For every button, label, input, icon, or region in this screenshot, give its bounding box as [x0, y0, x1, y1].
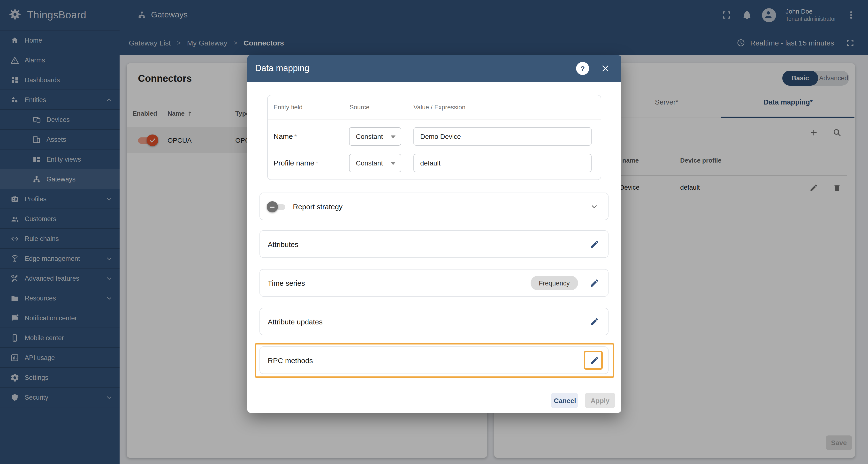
column-entity-field: Entity field [274, 95, 303, 119]
help-icon[interactable]: ? [576, 62, 589, 75]
name-value-input[interactable] [413, 127, 592, 146]
close-icon[interactable] [600, 63, 611, 73]
column-source: Source [349, 95, 369, 119]
caret-down-icon [391, 135, 396, 138]
rpc-methods-edit-icon[interactable] [590, 356, 599, 365]
report-strategy-toggle[interactable] [267, 201, 288, 213]
profile-value-input[interactable] [413, 154, 592, 172]
report-strategy-card: Report strategy [259, 193, 609, 220]
rpc-methods-card: RPC methods [259, 346, 609, 374]
caret-down-icon [391, 162, 396, 165]
time-series-card: Time series Frequency [259, 269, 609, 297]
attribute-updates-label: Attribute updates [268, 318, 323, 326]
attribute-updates-card: Attribute updates [259, 308, 609, 335]
attribute-updates-edit-icon[interactable] [590, 317, 599, 327]
name-field-label: Name* [274, 132, 297, 140]
apply-button[interactable]: Apply [585, 393, 615, 408]
cancel-button[interactable]: Cancel [551, 393, 578, 408]
column-value-expression: Value / Expression [413, 95, 465, 119]
time-series-edit-icon[interactable] [590, 278, 599, 288]
profile-name-field-label: Profile name* [274, 159, 318, 167]
name-source-select[interactable]: Constant [349, 127, 401, 146]
attributes-edit-icon[interactable] [590, 239, 599, 249]
dialog-header: Data mapping ? [247, 55, 621, 82]
entity-field-card: Entity field Source Value / Expression N… [267, 95, 601, 180]
time-series-label: Time series [268, 279, 305, 287]
attributes-label: Attributes [268, 240, 299, 248]
data-mapping-dialog: Data mapping ? Entity field Source Value… [247, 55, 621, 413]
report-strategy-label: Report strategy [293, 202, 342, 210]
rpc-methods-label: RPC methods [268, 356, 313, 364]
thingsboard-app: Gateways John Doe Tenant administrator G… [0, 0, 868, 464]
chevron-down-icon[interactable] [590, 202, 598, 210]
minus-icon [270, 207, 275, 207]
frequency-chip: Frequency [531, 276, 578, 290]
dialog-title: Data mapping [255, 63, 309, 73]
attributes-card: Attributes [259, 230, 609, 258]
profile-source-select[interactable]: Constant [349, 154, 401, 172]
